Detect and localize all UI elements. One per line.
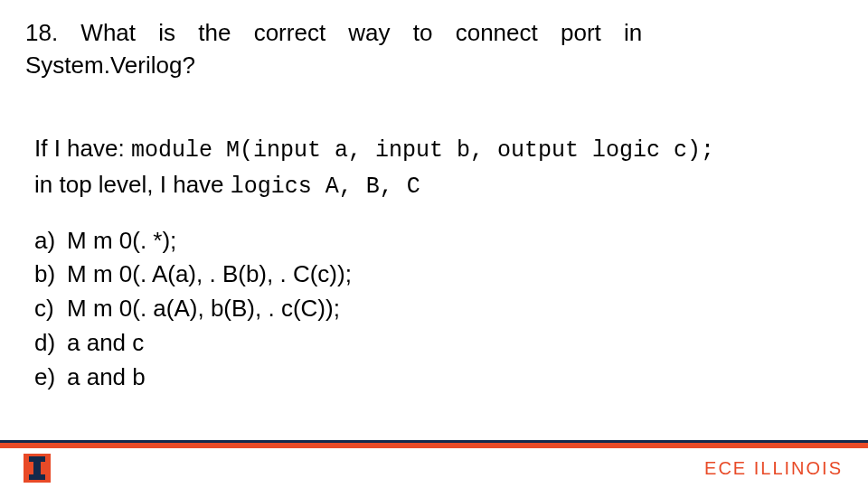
option-d-text: a and c bbox=[67, 326, 144, 361]
option-c-label: c) bbox=[34, 292, 67, 326]
illinois-block-i-icon bbox=[24, 454, 51, 483]
option-c: c) M m 0(. a(A), b(B), . c(C)); bbox=[34, 292, 843, 326]
option-d-label: d) bbox=[34, 326, 67, 361]
svg-rect-1 bbox=[29, 456, 45, 462]
ece-illinois-label: ECE ILLINOIS bbox=[704, 458, 843, 479]
option-b: b) M m 0(. A(a), . B(b), . C(c)); bbox=[34, 258, 843, 292]
question-line-2: System.Verilog? bbox=[25, 49, 812, 81]
context-line-1: If I have: module M(input a, input b, ou… bbox=[34, 131, 843, 168]
option-e-label: e) bbox=[34, 361, 67, 395]
ece-bold: ECE bbox=[704, 458, 754, 478]
option-c-text: M m 0(. a(A), b(B), . c(C)); bbox=[67, 292, 340, 326]
option-d: d) a and c bbox=[34, 326, 843, 361]
question-context: If I have: module M(input a, input b, ou… bbox=[34, 131, 843, 204]
svg-rect-3 bbox=[29, 474, 45, 480]
question-text: 18. What is the correct way to connect p… bbox=[25, 16, 812, 82]
ece-light: ILLINOIS bbox=[754, 458, 843, 478]
footer-bar: ECE ILLINOIS bbox=[0, 448, 868, 488]
option-e-text: a and b bbox=[67, 361, 146, 395]
option-a: a) M m 0(. *); bbox=[34, 224, 843, 258]
context-lead: If I have: bbox=[34, 135, 125, 162]
context-module-code: module M(input a, input b, output logic … bbox=[131, 137, 714, 164]
context-line-2-pre: in top level, I have bbox=[34, 171, 231, 198]
option-b-label: b) bbox=[34, 258, 67, 292]
question-line-1: 18. What is the correct way to connect p… bbox=[25, 16, 812, 49]
svg-rect-2 bbox=[33, 462, 41, 474]
option-a-label: a) bbox=[34, 224, 67, 258]
slide-content: 18. What is the correct way to connect p… bbox=[0, 0, 868, 394]
option-e: e) a and b bbox=[34, 361, 843, 395]
context-line-2-code: logics A, B, C bbox=[231, 174, 420, 200]
context-line-2: in top level, I have logics A, B, C bbox=[34, 167, 843, 204]
answer-options: a) M m 0(. *); b) M m 0(. A(a), . B(b), … bbox=[34, 224, 843, 394]
option-a-text: M m 0(. *); bbox=[67, 224, 176, 258]
slide: 18. What is the correct way to connect p… bbox=[0, 0, 868, 488]
option-b-text: M m 0(. A(a), . B(b), . C(c)); bbox=[67, 258, 352, 292]
